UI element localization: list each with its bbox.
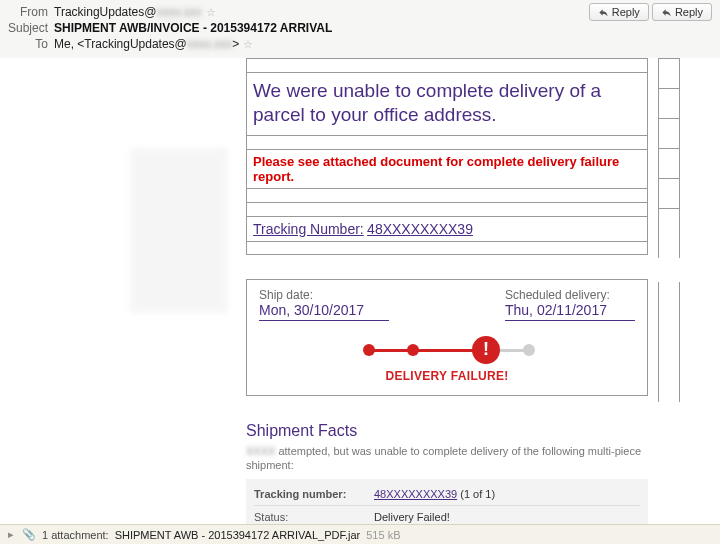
progress-dot-4 xyxy=(523,344,535,356)
warning-row: Please see attached document for complet… xyxy=(247,149,647,188)
reply-button[interactable]: Reply xyxy=(589,3,649,21)
tracking-number-link[interactable]: 48XXXXXXXX39 xyxy=(367,221,473,237)
ruled-spacer xyxy=(247,58,647,72)
tracking-number-link[interactable]: 48XXXXXXXX39 xyxy=(374,488,457,500)
ruled-spacer xyxy=(247,188,647,202)
facts-row-status: Status: Delivery Failed! xyxy=(254,505,640,524)
from-address-partial: TrackingUpdates@ xyxy=(54,5,156,19)
to-address-blurred: xxxx.xxx xyxy=(187,37,232,51)
to-address-partial: Me, <TrackingUpdates@ xyxy=(54,37,187,51)
alert-icon: ! xyxy=(472,336,500,364)
subject-value: SHIPMENT AWB/INVOICE - 2015394172 ARRIVA… xyxy=(54,21,712,35)
chevron-right-icon[interactable]: ▸ xyxy=(8,528,14,541)
ruled-spacer xyxy=(247,241,647,255)
to-value: Me, <TrackingUpdates@xxxx.xxx>☆ xyxy=(54,37,712,51)
attachment-size: 515 kB xyxy=(366,529,400,541)
track-line-fill xyxy=(367,349,487,352)
subject-label: Subject xyxy=(8,21,54,35)
reply-buttons: Reply Reply xyxy=(589,3,712,21)
attachment-filename[interactable]: SHIPMENT AWB - 2015394172 ARRIVAL_PDF.ja… xyxy=(115,529,361,541)
ruled-spacer xyxy=(247,135,647,149)
ship-date-label: Ship date: xyxy=(259,288,389,302)
tracking-label: Tracking Number: xyxy=(253,221,364,237)
facts-title: Shipment Facts xyxy=(246,420,648,444)
alert-glyph: ! xyxy=(483,339,489,360)
star-icon[interactable]: ☆ xyxy=(243,38,253,50)
sidebar-placeholder xyxy=(130,148,228,313)
headline-text: We were unable to complete delivery of a… xyxy=(247,72,647,135)
reply-icon xyxy=(598,7,609,18)
facts-subtext-suffix: attempted, but was unable to complete de… xyxy=(246,445,641,472)
reply-all-button[interactable]: Reply xyxy=(652,3,712,21)
reply-icon xyxy=(661,7,672,18)
ship-date-col: Ship date: Mon, 30/10/2017 xyxy=(259,288,389,321)
facts-value: Delivery Failed! xyxy=(374,511,640,523)
mail-header: From TrackingUpdates@xxxx.xxx☆ Subject S… xyxy=(0,0,720,59)
delivery-card: Ship date: Mon, 30/10/2017 Scheduled del… xyxy=(246,279,648,396)
from-address-blurred: xxxx.xxx xyxy=(156,5,201,19)
shipment-facts: Shipment Facts XXXX attempted, but was u… xyxy=(246,420,648,525)
progress-tracker: ! DELIVERY FAILURE! xyxy=(247,335,647,389)
ruled-strip-right xyxy=(658,58,680,258)
attachment-count: 1 attachment: xyxy=(42,529,109,541)
to-label: To xyxy=(8,37,54,51)
ruled-spacer xyxy=(247,202,647,216)
facts-subtext: XXXX attempted, but was unable to comple… xyxy=(246,444,648,480)
dates-row: Ship date: Mon, 30/10/2017 Scheduled del… xyxy=(247,280,647,323)
scheduled-value: Thu, 02/11/2017 xyxy=(505,302,635,318)
facts-key: Status: xyxy=(254,511,374,523)
tracking-row: Tracking Number: 48XXXXXXXX39 xyxy=(247,216,647,241)
star-icon[interactable]: ☆ xyxy=(206,6,216,18)
tracking-count: (1 of 1) xyxy=(457,488,495,500)
warning-text: Please see attached document for complet… xyxy=(253,154,619,184)
progress-dot-1 xyxy=(363,344,375,356)
facts-key: Tracking number: xyxy=(254,488,374,500)
ship-date-value: Mon, 30/10/2017 xyxy=(259,302,389,318)
delivery-failure-label: DELIVERY FAILURE! xyxy=(247,369,647,383)
carrier-blurred: XXXX xyxy=(246,445,275,457)
ruled-block: We were unable to complete delivery of a… xyxy=(246,58,648,255)
from-label: From xyxy=(8,5,54,19)
scheduled-label: Scheduled delivery: xyxy=(505,288,635,302)
to-row: To Me, <TrackingUpdates@xxxx.xxx>☆ xyxy=(8,36,712,52)
underline xyxy=(505,320,635,321)
subject-row: Subject SHIPMENT AWB/INVOICE - 201539417… xyxy=(8,20,712,36)
ruled-strip-right-2 xyxy=(658,282,680,402)
reply-button-label: Reply xyxy=(612,6,640,18)
facts-row-tracking: Tracking number: 48XXXXXXXX39 (1 of 1) xyxy=(254,483,640,505)
scheduled-col: Scheduled delivery: Thu, 02/11/2017 xyxy=(505,288,635,321)
mail-body: We were unable to complete delivery of a… xyxy=(0,58,720,524)
message-content: We were unable to complete delivery of a… xyxy=(246,58,648,524)
facts-value: 48XXXXXXXX39 (1 of 1) xyxy=(374,488,640,500)
progress-dot-2 xyxy=(407,344,419,356)
underline xyxy=(259,320,389,321)
reply-all-button-label: Reply xyxy=(675,6,703,18)
attachment-bar[interactable]: ▸ 📎 1 attachment: SHIPMENT AWB - 2015394… xyxy=(0,524,720,544)
facts-grid: Tracking number: 48XXXXXXXX39 (1 of 1) S… xyxy=(246,479,648,524)
paperclip-icon: 📎 xyxy=(22,528,36,541)
